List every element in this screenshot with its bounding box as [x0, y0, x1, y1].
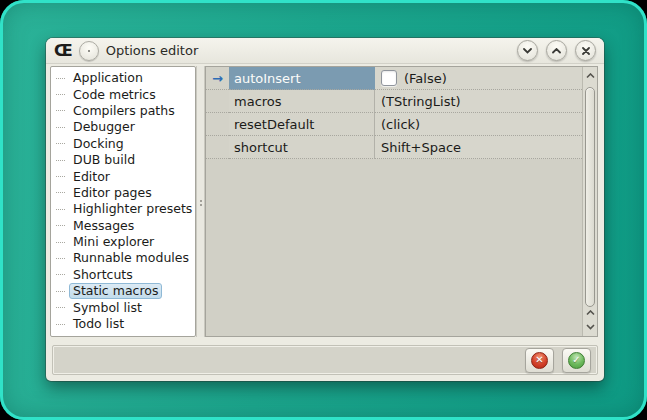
titlebar[interactable]: Œ Options editor	[46, 38, 604, 64]
tree-branch-icon	[56, 94, 65, 95]
sidebar-item-label: Debugger	[69, 119, 139, 135]
sidebar-item-label: Compilers paths	[69, 103, 179, 119]
sidebar-item-code-metrics[interactable]: Code metrics	[53, 86, 193, 102]
property-name: shortcut	[229, 136, 375, 159]
row-gutter	[206, 136, 229, 159]
sidebar-item-label: Editor pages	[69, 185, 156, 201]
sidebar-item-editor-pages[interactable]: Editor pages	[53, 185, 193, 201]
sidebar-item-label: Code metrics	[69, 87, 160, 103]
property-row-autoinsert[interactable]: →autoInsert(False)	[206, 67, 582, 90]
tree-branch-icon	[56, 127, 65, 128]
sidebar-item-editor[interactable]: Editor	[53, 168, 193, 184]
splitter-handle[interactable]	[196, 66, 205, 337]
row-gutter	[206, 113, 229, 136]
property-row-resetdefault[interactable]: resetDefault(click)	[206, 113, 582, 136]
sidebar-item-todo-list[interactable]: Todo list	[53, 316, 193, 332]
property-name: resetDefault	[229, 113, 375, 136]
sidebar-item-application[interactable]: Application	[53, 70, 193, 86]
cancel-icon: ✕	[531, 352, 548, 369]
sidebar-item-dub-build[interactable]: DUB build	[53, 152, 193, 168]
sidebar-item-static-macros[interactable]: Static macros	[53, 283, 193, 299]
sidebar-item-label: Messages	[69, 218, 138, 234]
property-row-shortcut[interactable]: shortcutShift+Space	[206, 136, 582, 159]
sidebar-item-symbol-list[interactable]: Symbol list	[53, 299, 193, 315]
tree-branch-icon	[56, 242, 65, 243]
sidebar-item-label: Docking	[69, 136, 128, 152]
scroll-down-button[interactable]	[583, 320, 597, 334]
tree-branch-icon	[56, 78, 65, 79]
sidebar-item-mini-explorer[interactable]: Mini explorer	[53, 234, 193, 250]
sidebar-item-label: Highlighter presets	[69, 201, 196, 217]
sidebar-item-label: DUB build	[69, 152, 139, 168]
tree-branch-icon	[56, 209, 65, 210]
window-menu-button[interactable]	[79, 41, 99, 61]
tree-branch-icon	[56, 225, 65, 226]
tree-branch-icon	[56, 307, 65, 308]
sidebar-item-docking[interactable]: Docking	[53, 136, 193, 152]
tree-branch-icon	[56, 143, 65, 144]
property-value-text: (TStringList)	[381, 94, 461, 109]
scroll-up-button-bottom[interactable]	[583, 306, 597, 320]
cancel-button[interactable]: ✕	[525, 348, 554, 373]
property-name: macros	[229, 90, 375, 113]
property-value-text: Shift+Space	[381, 140, 461, 155]
chevron-up-icon	[586, 73, 595, 79]
sidebar-item-label: Editor	[69, 169, 114, 185]
selected-row-arrow-icon: →	[212, 72, 223, 85]
property-value: (TStringList)	[375, 90, 582, 113]
property-grid: →autoInsert(False)macros(TStringList)res…	[205, 66, 598, 337]
property-value-text: (click)	[381, 117, 420, 132]
sidebar-item-runnable-modules[interactable]: Runnable modules	[53, 250, 193, 266]
checkbox[interactable]	[381, 70, 397, 86]
app-logo-icon: Œ	[54, 43, 72, 59]
chevron-down-icon	[586, 324, 595, 330]
scrollbar-thumb[interactable]	[585, 87, 595, 307]
sidebar-item-label: Static macros	[69, 283, 162, 299]
tree-branch-icon	[56, 274, 65, 275]
property-value-text: (False)	[404, 71, 447, 86]
tree-branch-icon	[56, 160, 65, 161]
maximize-button[interactable]	[546, 40, 567, 61]
sidebar-item-label: Todo list	[69, 316, 128, 332]
sidebar-item-label: Symbol list	[69, 300, 146, 316]
tree-branch-icon	[56, 192, 65, 193]
sidebar-item-label: Mini explorer	[69, 234, 158, 250]
tree-branch-icon	[56, 110, 65, 111]
sidebar-item-compilers-paths[interactable]: Compilers paths	[53, 103, 193, 119]
tree-branch-icon	[56, 258, 65, 259]
options-editor-window: Œ Options editor	[46, 38, 604, 381]
footer-bar: ✕ ✓	[52, 345, 598, 375]
tree-branch-icon	[56, 291, 65, 292]
property-value: Shift+Space	[375, 136, 582, 159]
row-gutter: →	[206, 67, 229, 90]
chevron-up-icon	[586, 310, 595, 316]
scroll-up-button[interactable]	[583, 69, 597, 83]
sidebar-item-shortcuts[interactable]: Shortcuts	[53, 267, 193, 283]
sidebar-item-label: Application	[69, 70, 147, 86]
sidebar-tree[interactable]: ApplicationCode metricsCompilers pathsDe…	[50, 66, 196, 337]
property-value: (click)	[375, 113, 582, 136]
sidebar-item-messages[interactable]: Messages	[53, 218, 193, 234]
close-icon	[582, 47, 590, 55]
property-row-macros[interactable]: macros(TStringList)	[206, 90, 582, 113]
property-name: autoInsert	[229, 67, 375, 90]
chevron-up-icon	[552, 48, 561, 54]
property-value: (False)	[375, 67, 582, 90]
desktop-background: Œ Options editor	[0, 0, 647, 420]
chevron-down-icon	[523, 48, 532, 54]
sidebar-item-debugger[interactable]: Debugger	[53, 119, 193, 135]
ok-icon: ✓	[568, 352, 585, 369]
minimize-button[interactable]	[517, 40, 538, 61]
property-rows: →autoInsert(False)macros(TStringList)res…	[206, 67, 582, 159]
tree-branch-icon	[56, 324, 65, 325]
sidebar-item-highlighter-presets[interactable]: Highlighter presets	[53, 201, 193, 217]
ok-button[interactable]: ✓	[562, 348, 591, 373]
sidebar-item-label: Shortcuts	[69, 267, 137, 283]
sidebar-item-label: Runnable modules	[69, 250, 193, 266]
window-title: Options editor	[106, 43, 199, 58]
titlebar-buttons	[517, 40, 596, 61]
vertical-scrollbar[interactable]	[582, 67, 597, 336]
row-gutter	[206, 90, 229, 113]
close-button[interactable]	[575, 40, 596, 61]
tree-branch-icon	[56, 176, 65, 177]
